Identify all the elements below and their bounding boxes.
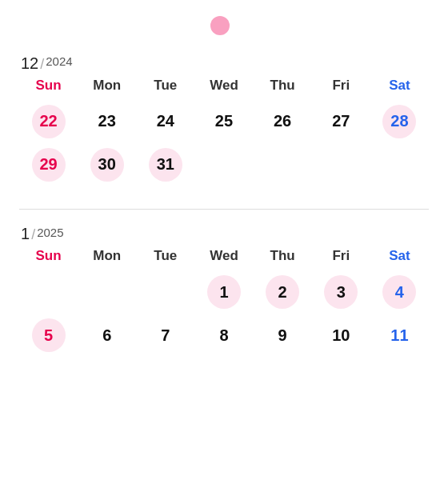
month-section-1: 1/2025SunMonTueWedThuFriSat1234567891011 bbox=[19, 224, 429, 358]
calendar-day-cell: 27 bbox=[312, 100, 370, 143]
calendar-container: 12/2024SunMonTueWedThuFriSat222324252627… bbox=[19, 53, 429, 357]
month-label-row: 12/2024 bbox=[19, 53, 429, 71]
col-header-wed: Wed bbox=[194, 73, 253, 100]
day-circle: 29 bbox=[32, 148, 66, 182]
calendar-day-cell bbox=[78, 270, 136, 314]
calendar-week-row: 293031 bbox=[19, 143, 429, 186]
col-header-fri: Fri bbox=[312, 243, 370, 270]
calendar-day-cell: 22 bbox=[19, 100, 78, 143]
col-header-sun: Sun bbox=[19, 243, 78, 270]
day-circle: 5 bbox=[32, 318, 66, 352]
calendar-table: SunMonTueWedThuFriSat2223242526272829303… bbox=[19, 73, 429, 186]
calendar-day-cell: 10 bbox=[312, 314, 370, 357]
calendar-day-cell: 3 bbox=[312, 270, 370, 314]
calendar-week-row: 567891011 bbox=[19, 314, 429, 357]
day-circle: 30 bbox=[90, 148, 124, 182]
col-header-sat: Sat bbox=[370, 243, 429, 270]
col-header-sat: Sat bbox=[370, 73, 429, 100]
calendar-day-cell: 7 bbox=[136, 314, 194, 357]
year-number: 2025 bbox=[37, 224, 63, 242]
header-dot bbox=[210, 16, 230, 35]
slash-separator: / bbox=[31, 227, 35, 242]
calendar-day-cell: 24 bbox=[136, 100, 194, 143]
month-section-0: 12/2024SunMonTueWedThuFriSat222324252627… bbox=[19, 53, 429, 186]
col-header-fri: Fri bbox=[312, 73, 370, 100]
day-circle: 22 bbox=[32, 105, 66, 138]
day-circle: 1 bbox=[207, 275, 241, 309]
slash-separator: / bbox=[40, 57, 44, 71]
col-header-sun: Sun bbox=[19, 73, 78, 100]
month-label-row: 1/2025 bbox=[19, 224, 429, 242]
calendar-day-cell: 6 bbox=[78, 314, 136, 357]
col-header-wed: Wed bbox=[194, 243, 253, 270]
col-header-tue: Tue bbox=[136, 243, 194, 270]
day-circle: 4 bbox=[382, 275, 416, 309]
calendar-day-cell: 30 bbox=[78, 143, 136, 186]
day-circle: 28 bbox=[382, 105, 416, 138]
calendar-day-cell bbox=[194, 143, 253, 186]
month-divider bbox=[19, 209, 429, 210]
year-number: 2024 bbox=[46, 53, 72, 71]
calendar-day-cell bbox=[254, 143, 312, 186]
col-header-tue: Tue bbox=[136, 73, 194, 100]
month-number: 12 bbox=[21, 55, 38, 71]
calendar-day-cell bbox=[312, 143, 370, 186]
calendar-day-cell: 9 bbox=[254, 314, 312, 357]
calendar-day-cell bbox=[136, 270, 194, 314]
calendar-day-cell: 31 bbox=[136, 143, 194, 186]
calendar-day-cell bbox=[19, 270, 78, 314]
day-circle: 3 bbox=[324, 275, 358, 309]
calendar-day-cell: 11 bbox=[370, 314, 429, 357]
calendar-week-row: 22232425262728 bbox=[19, 100, 429, 143]
calendar-day-cell: 25 bbox=[194, 100, 253, 143]
calendar-day-cell: 26 bbox=[254, 100, 312, 143]
col-header-mon: Mon bbox=[78, 243, 136, 270]
calendar-day-cell: 1 bbox=[194, 270, 253, 314]
calendar-table: SunMonTueWedThuFriSat1234567891011 bbox=[19, 243, 429, 357]
month-number: 1 bbox=[21, 226, 30, 242]
calendar-day-cell bbox=[370, 143, 429, 186]
calendar-day-cell: 5 bbox=[19, 314, 78, 357]
col-header-thu: Thu bbox=[254, 73, 312, 100]
col-header-thu: Thu bbox=[254, 243, 312, 270]
calendar-day-cell: 4 bbox=[370, 270, 429, 314]
calendar-day-cell: 8 bbox=[194, 314, 253, 357]
calendar-week-row: 1234 bbox=[19, 270, 429, 314]
calendar-day-cell: 29 bbox=[19, 143, 78, 186]
col-header-mon: Mon bbox=[78, 73, 136, 100]
header bbox=[19, 16, 429, 35]
calendar-day-cell: 23 bbox=[78, 100, 136, 143]
day-circle: 31 bbox=[149, 148, 182, 182]
day-circle: 2 bbox=[266, 275, 299, 309]
calendar-day-cell: 2 bbox=[254, 270, 312, 314]
calendar-day-cell: 28 bbox=[370, 100, 429, 143]
